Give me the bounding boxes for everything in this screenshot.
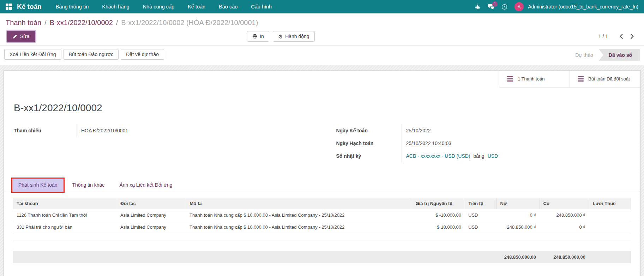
messages-icon[interactable]: 1 — [488, 4, 494, 10]
total-debit: 248.850.000,00 — [496, 251, 540, 263]
field-accounting-date: Ngày Kế toán 25/10/2022 — [336, 124, 631, 137]
journal-item-row[interactable]: 1126 Thanh toán Chi tiền Tạm thời Asia L… — [13, 209, 631, 221]
column-header-account[interactable]: Tài khoản — [13, 198, 117, 209]
tab-journal-items-label: Phát sinh Kế toán — [18, 182, 58, 188]
reconciled-smart-button-label: Bút toán Đã đối soát — [588, 76, 630, 82]
record-action-button[interactable]: Đặt về dự thảo — [121, 49, 164, 60]
field-reference: Tham chiếu HÓA Đ/2022/10/0001 — [14, 124, 308, 137]
cell-tax-grid[interactable] — [589, 221, 631, 233]
table-spacer — [13, 240, 631, 251]
control-panel-buttons: Sửa In ⚙ Hành động 1 / 1 — [0, 28, 644, 45]
printer-icon — [252, 34, 257, 39]
cell-amount-currency[interactable]: $ 10.000,00 — [412, 221, 465, 233]
user-avatar[interactable]: A — [514, 2, 524, 11]
tab-other-info[interactable]: Thông tin khác — [66, 179, 111, 192]
action-button[interactable]: ⚙ Hành động — [273, 31, 315, 42]
breadcrumb-link-entry[interactable]: B-xx1/2022/10/0002 — [50, 19, 113, 26]
empty-line-row[interactable] — [13, 233, 631, 240]
cell-account[interactable]: 1126 Thanh toán Chi tiền Tạm thời — [13, 209, 117, 221]
field-journal-label: Sổ nhật ký — [336, 150, 402, 162]
table-body: 1126 Thanh toán Chi tiền Tạm thời Asia L… — [13, 209, 631, 233]
print-action-group: In ⚙ Hành động — [247, 31, 315, 42]
cell-credit[interactable]: 248.850.000 ₫ — [540, 209, 589, 221]
cell-partner[interactable]: Asia Limited Company — [117, 221, 186, 233]
top-menu-item[interactable]: Nhà cung cấp — [143, 4, 174, 10]
cell-amount-currency[interactable]: $ -10.000,00 — [412, 209, 465, 221]
breadcrumb: Thanh toán/B-xx1/2022/10/0002/B-xx1/2022… — [0, 13, 644, 28]
column-header-partner[interactable]: Đối tác — [117, 198, 186, 209]
column-header-amount-currency[interactable]: Giá trị Nguyên tệ — [412, 198, 465, 209]
pager-previous-button[interactable] — [618, 32, 624, 40]
print-button[interactable]: In — [247, 31, 269, 42]
field-accounting-date-label: Ngày Kế toán — [336, 124, 402, 137]
cell-credit[interactable]: 0 ₫ — [540, 221, 589, 233]
record-action-button[interactable]: Xoá Liên kết Đối ứng — [4, 49, 61, 60]
top-navbar: Kế toán Bảng thông tinKhách hàngNhà cung… — [0, 0, 644, 13]
status-draft[interactable]: Dự thảo — [570, 49, 599, 61]
apps-menu-icon[interactable] — [6, 4, 12, 10]
pager: 1 / 1 — [598, 32, 638, 40]
cell-description[interactable]: Thanh toán Nhà cung cấp $ 10.000,00 - As… — [186, 221, 412, 233]
field-posting-date-label: Ngày Hạch toán — [336, 137, 402, 150]
print-button-label: In — [260, 34, 264, 39]
topbar-right: 1 A Administrator (odoo15_to_bank_curren… — [475, 2, 638, 11]
tab-reconcile-mapping-label: Ánh xạ Liên kết Đối ứng — [119, 182, 172, 188]
payments-smart-button[interactable]: 1 Thanh toán — [499, 71, 570, 88]
totals-row: 248.850.000,00 248.850.000,00 — [13, 251, 631, 263]
cell-partner[interactable]: Asia Limited Company — [117, 209, 186, 221]
field-reference-value[interactable]: HÓA Đ/2022/10/0001 — [77, 124, 308, 137]
cell-account[interactable]: 331 Phải trả cho người bán — [13, 221, 117, 233]
record-action-buttons: Xoá Liên kết Đối ứngBút toán Đảo ngượcĐặ… — [4, 49, 164, 60]
top-menu-item[interactable]: Khách hàng — [102, 4, 129, 10]
column-header-currency[interactable]: Tiền tệ — [465, 198, 496, 209]
journal-currency-link[interactable]: USD — [488, 153, 498, 159]
column-header-tax-grid[interactable]: Lưới Thuế — [589, 198, 631, 209]
smart-button-box: 1 Thanh toán Bút toán Đã đối soát — [4, 71, 640, 88]
column-header-credit[interactable]: Có — [540, 198, 589, 209]
journal-connector: bằng — [474, 153, 484, 159]
control-panel: Thanh toán/B-xx1/2022/10/0002/B-xx1/2022… — [0, 13, 644, 65]
user-menu[interactable]: Administrator (odoo15_to_bank_currency_r… — [528, 4, 638, 10]
top-menu-item[interactable]: Bảng thông tin — [56, 4, 89, 10]
top-menu-item[interactable]: Kế toán — [188, 4, 205, 10]
cell-currency[interactable]: USD — [465, 221, 496, 233]
column-header-description[interactable]: Mô tả — [186, 198, 412, 209]
control-panel-bottom: Xoá Liên kết Đối ứngBút toán Đảo ngượcĐặ… — [0, 45, 644, 65]
journal-item-row[interactable]: 331 Phải trả cho người bán Asia Limited … — [13, 221, 631, 233]
status-posted[interactable]: Đã vào sổ — [599, 49, 640, 61]
field-journal: Sổ nhật ký ACB - xxxxxxxx - USD (USD) bằ… — [336, 150, 631, 162]
cell-debit[interactable]: 248.850.000 ₫ — [496, 221, 540, 233]
field-group-right: Ngày Kế toán 25/10/2022 Ngày Hạch toán 2… — [336, 124, 631, 162]
form-view: 1 Thanh toán Bút toán Đã đối soát B-xx1/… — [0, 70, 644, 276]
payments-smart-button-label: 1 Thanh toán — [518, 76, 544, 82]
pager-next-button[interactable] — [629, 32, 636, 40]
tab-journal-items[interactable]: Phát sinh Kế toán — [12, 179, 64, 192]
top-menu-item[interactable]: Báo cáo — [219, 4, 237, 10]
record-title: B-xx1/2022/10/0002 — [14, 102, 640, 114]
form-sheet: 1 Thanh toán Bút toán Đã đối soát B-xx1/… — [4, 70, 640, 276]
activities-clock-icon[interactable] — [501, 4, 507, 10]
field-groups: Tham chiếu HÓA Đ/2022/10/0001 Ngày Kế to… — [14, 124, 630, 162]
cell-description[interactable]: Thanh toán Nhà cung cấp $ 10.000,00 - As… — [186, 209, 412, 221]
cell-tax-grid[interactable] — [589, 209, 631, 221]
breadcrumb-separator: / — [116, 19, 118, 26]
cell-currency[interactable]: USD — [465, 209, 496, 221]
app-name[interactable]: Kế toán — [17, 3, 42, 11]
breadcrumb-link-payments[interactable]: Thanh toán — [6, 19, 41, 26]
pager-count: 1 / 1 — [598, 34, 608, 39]
table-header-row: Tài khoản Đối tác Mô tả Giá trị Nguyên t… — [13, 198, 631, 209]
reconciled-entries-smart-button[interactable]: Bút toán Đã đối soát — [570, 71, 640, 88]
field-accounting-date-value[interactable]: 25/10/2022 — [402, 124, 631, 137]
debug-bug-icon[interactable] — [475, 4, 481, 10]
edit-button[interactable]: Sửa — [7, 31, 35, 42]
journal-link[interactable]: ACB - xxxxxxxx - USD (USD) — [406, 153, 470, 159]
tab-reconcile-mapping[interactable]: Ánh xạ Liên kết Đối ứng — [113, 179, 178, 192]
total-credit: 248.850.000,00 — [540, 251, 589, 263]
edit-button-label: Sửa — [20, 34, 30, 39]
cell-debit[interactable]: 0 ₫ — [496, 209, 540, 221]
tab-other-info-label: Thông tin khác — [72, 182, 105, 188]
field-posting-date-value[interactable]: 25/10/2022 10:40:03 — [402, 137, 631, 150]
column-header-debit[interactable]: Nợ — [496, 198, 540, 209]
record-action-button[interactable]: Bút toán Đảo ngược — [64, 49, 119, 60]
top-menu-item[interactable]: Cấu hình — [251, 4, 272, 10]
